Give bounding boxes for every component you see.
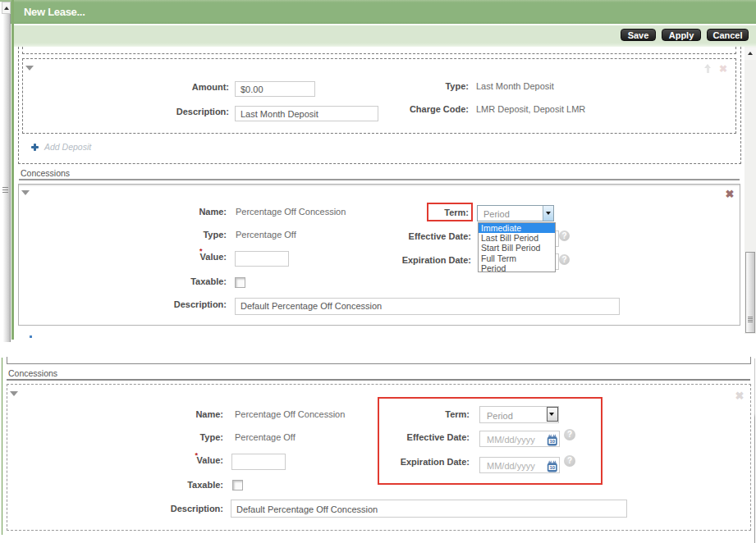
svg-text:10: 10 (549, 439, 555, 444)
svg-text:10: 10 (549, 465, 555, 470)
